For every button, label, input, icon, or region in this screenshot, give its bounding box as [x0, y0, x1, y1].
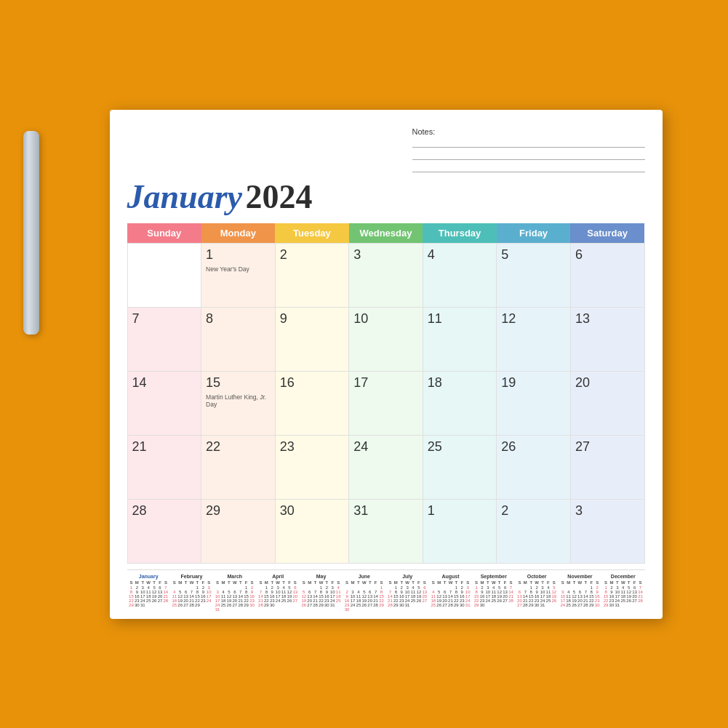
calendar-day-cell: 18	[423, 371, 497, 435]
calendar-day-cell: 9	[275, 307, 349, 371]
calendar-day-cell: 2	[275, 243, 349, 307]
notes-line-2	[412, 150, 645, 160]
day-number: 31	[353, 503, 418, 519]
mini-cal-header: SMTWTFS	[603, 580, 643, 585]
calendar-day-cell: 23	[275, 435, 349, 499]
day-number: 3	[575, 503, 640, 519]
holiday-label: New Year's Day	[206, 265, 271, 273]
mini-cal-title: August	[431, 574, 471, 579]
day-number: 5	[501, 247, 566, 263]
day-number: 27	[575, 439, 640, 455]
day-number: 15	[206, 375, 271, 391]
day-number: 1	[428, 503, 492, 519]
calendar-day-cell: 3	[349, 243, 423, 307]
mini-calendar-september: SeptemberSMTWTFS123456789101112131415161…	[472, 574, 515, 612]
calendar-day-cell: 27	[570, 435, 644, 499]
calendar-week-row: 28293031123	[127, 499, 644, 563]
calendar-day-cell: 13	[570, 307, 644, 371]
notes-line-1	[412, 137, 645, 148]
notes-label: Notes:	[412, 127, 436, 136]
mini-cal-title: October	[516, 574, 556, 579]
mini-cal-header: SMTWTFS	[516, 580, 556, 585]
mini-cal-row: 24252627282930	[560, 603, 600, 607]
calendar-day-cell: 12	[497, 307, 571, 371]
mini-cal-title: November	[560, 574, 600, 579]
day-number: 23	[280, 439, 345, 455]
calendar-day-cell: 22	[201, 435, 276, 499]
calendar-day-cell: 2	[497, 499, 571, 563]
day-number: 18	[428, 375, 492, 391]
calendar-body: 1New Year's Day23456789101112131415Marti…	[127, 243, 644, 563]
mini-cal-header: SMTWTFS	[301, 580, 341, 585]
calendar-day-cell: 1New Year's Day	[201, 243, 276, 307]
mini-cal-title: April	[257, 574, 297, 579]
calendar-day-cell: 31	[349, 499, 423, 563]
col-thursday: Thursday	[423, 223, 497, 244]
calendar-day-cell: 1	[423, 499, 497, 563]
notes-area: Notes:	[412, 124, 645, 175]
holiday-label: Martin Luther King, Jr. Day	[206, 393, 271, 408]
mini-cal-title: September	[473, 574, 513, 579]
days-header-row: Sunday Monday Tuesday Wednesday Thursday…	[127, 223, 644, 244]
day-number: 2	[280, 247, 345, 263]
day-number: 16	[280, 375, 345, 391]
col-wednesday: Wednesday	[349, 223, 423, 244]
col-monday: Monday	[201, 223, 276, 244]
calendar-week-row: 1New Year's Day23456	[127, 243, 644, 307]
col-tuesday: Tuesday	[275, 223, 349, 244]
mini-cal-header: SMTWTFS	[215, 580, 255, 585]
day-number: 29	[206, 503, 271, 519]
calendar-day-cell: 11	[423, 307, 497, 371]
mini-cal-row: 2930	[473, 603, 513, 607]
mini-cal-row: 262728293031	[301, 603, 341, 607]
mini-calendar-november: NovemberSMTWTFS1234567891011121314151617…	[559, 574, 601, 612]
calendar-table: Sunday Monday Tuesday Wednesday Thursday…	[127, 223, 645, 564]
col-saturday: Saturday	[570, 223, 644, 244]
mini-cal-title: January	[129, 574, 169, 579]
mini-cal-row: 30	[344, 607, 384, 612]
day-number: 25	[428, 439, 492, 455]
calendar-day-cell: 17	[349, 371, 423, 435]
mini-cal-title: March	[215, 574, 255, 579]
mini-calendar-january: JanuarySMTWTFS12345678910111213141516171…	[127, 574, 170, 612]
day-number: 9	[280, 311, 345, 327]
mini-cal-header: SMTWTFS	[387, 580, 427, 585]
day-number: 1	[206, 247, 271, 263]
calendar-day-cell: 10	[349, 307, 423, 371]
calendar-week-row: 21222324252627	[127, 435, 644, 499]
mini-cal-header: SMTWTFS	[172, 580, 212, 585]
mini-cal-header: SMTWTFS	[560, 580, 600, 585]
col-friday: Friday	[497, 223, 571, 244]
day-number: 22	[206, 439, 271, 455]
day-number: 30	[280, 503, 345, 519]
day-number: 17	[353, 375, 418, 391]
mini-cal-row: 293031	[129, 603, 169, 607]
day-number: 10	[353, 311, 418, 327]
day-number: 3	[353, 247, 418, 263]
day-number: 20	[575, 375, 640, 391]
calendar-day-cell: 19	[497, 371, 571, 435]
mini-cal-title: May	[301, 574, 341, 579]
calendar-day-cell: 25	[423, 435, 497, 499]
day-number: 11	[428, 311, 492, 327]
notes-line-3	[412, 162, 645, 172]
day-number: 14	[132, 375, 197, 391]
calendar-day-cell: 14	[127, 371, 201, 435]
notes-section: Notes:	[127, 124, 645, 175]
calendar-day-cell: 21	[127, 435, 201, 499]
day-number: 28	[132, 503, 197, 519]
calendar-day-cell: 28	[127, 499, 201, 563]
mini-cal-row: 28293031	[387, 603, 427, 607]
fridge-handle	[23, 131, 39, 335]
mini-cal-header: SMTWTFS	[344, 580, 384, 585]
calendar-day-cell: 30	[275, 499, 349, 563]
calendar-day-cell: 7	[127, 307, 201, 371]
calendar-day-cell: 29	[201, 499, 276, 563]
mini-cal-row: 293031	[603, 603, 643, 607]
mini-cal-row: 282930	[257, 603, 297, 607]
mini-cal-row: 2728293031	[516, 603, 556, 607]
mini-calendar-august: AugustSMTWTFS123456789101112131415161718…	[429, 574, 472, 612]
day-number: 26	[501, 439, 566, 455]
calendar-page: Notes: January 2024 Sunday Monday Tuesda…	[110, 110, 663, 619]
mini-cal-title: December	[603, 574, 643, 579]
